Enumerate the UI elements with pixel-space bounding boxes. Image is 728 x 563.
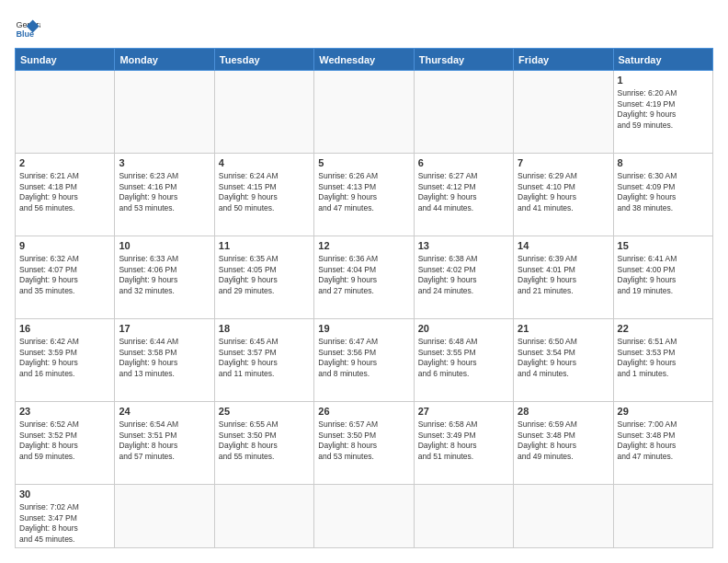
date-number: 19 bbox=[318, 322, 409, 336]
calendar-cell: 10Sunrise: 6:33 AMSunset: 4:06 PMDayligh… bbox=[115, 236, 214, 318]
cell-info: Sunrise: 7:02 AMSunset: 3:47 PMDaylight:… bbox=[19, 502, 110, 545]
calendar-cell: 3Sunrise: 6:23 AMSunset: 4:16 PMDaylight… bbox=[115, 153, 214, 236]
cell-info: Sunrise: 6:26 AMSunset: 4:13 PMDaylight:… bbox=[318, 171, 409, 213]
date-number: 22 bbox=[618, 322, 709, 336]
calendar-cell: 21Sunrise: 6:50 AMSunset: 3:54 PMDayligh… bbox=[514, 318, 613, 401]
calendar-cell: 27Sunrise: 6:58 AMSunset: 3:49 PMDayligh… bbox=[414, 401, 513, 484]
date-number: 30 bbox=[19, 488, 110, 501]
date-number: 25 bbox=[219, 405, 310, 419]
cell-info: Sunrise: 6:21 AMSunset: 4:18 PMDaylight:… bbox=[19, 171, 110, 213]
cell-info: Sunrise: 6:58 AMSunset: 3:49 PMDaylight:… bbox=[418, 419, 509, 462]
calendar-cell: 11Sunrise: 6:35 AMSunset: 4:05 PMDayligh… bbox=[214, 236, 313, 318]
calendar-cell: 28Sunrise: 6:59 AMSunset: 3:48 PMDayligh… bbox=[514, 401, 613, 484]
weekday-header-sunday: Sunday bbox=[16, 49, 115, 71]
date-number: 2 bbox=[19, 156, 110, 170]
cell-info: Sunrise: 6:59 AMSunset: 3:48 PMDaylight:… bbox=[518, 419, 609, 462]
calendar-cell: 1Sunrise: 6:20 AMSunset: 4:19 PMDaylight… bbox=[613, 71, 712, 154]
cell-info: Sunrise: 6:44 AMSunset: 3:58 PMDaylight:… bbox=[119, 337, 210, 379]
cell-info: Sunrise: 6:36 AMSunset: 4:04 PMDaylight:… bbox=[318, 254, 409, 296]
calendar-cell bbox=[414, 484, 513, 547]
cell-info: Sunrise: 6:42 AMSunset: 3:59 PMDaylight:… bbox=[19, 337, 110, 379]
calendar-cell: 7Sunrise: 6:29 AMSunset: 4:10 PMDaylight… bbox=[514, 153, 613, 236]
date-number: 17 bbox=[119, 322, 210, 336]
weekday-header-thursday: Thursday bbox=[414, 49, 513, 71]
page: General Blue SundayMondayTuesdayWednesda… bbox=[0, 0, 728, 563]
calendar-cell: 18Sunrise: 6:45 AMSunset: 3:57 PMDayligh… bbox=[214, 318, 313, 401]
calendar-cell: 5Sunrise: 6:26 AMSunset: 4:13 PMDaylight… bbox=[314, 153, 414, 236]
cell-info: Sunrise: 6:51 AMSunset: 3:53 PMDaylight:… bbox=[618, 337, 709, 379]
cell-info: Sunrise: 6:39 AMSunset: 4:01 PMDaylight:… bbox=[518, 254, 609, 296]
date-number: 27 bbox=[418, 405, 509, 419]
calendar-cell: 2Sunrise: 6:21 AMSunset: 4:18 PMDaylight… bbox=[16, 153, 115, 236]
calendar-table: SundayMondayTuesdayWednesdayThursdayFrid… bbox=[15, 48, 713, 548]
cell-info: Sunrise: 6:52 AMSunset: 3:52 PMDaylight:… bbox=[19, 419, 110, 462]
calendar-cell bbox=[214, 71, 313, 154]
cell-info: Sunrise: 6:41 AMSunset: 4:00 PMDaylight:… bbox=[618, 254, 709, 296]
calendar-cell: 13Sunrise: 6:38 AMSunset: 4:02 PMDayligh… bbox=[414, 236, 513, 318]
calendar-cell: 4Sunrise: 6:24 AMSunset: 4:15 PMDaylight… bbox=[214, 153, 313, 236]
calendar-cell: 14Sunrise: 6:39 AMSunset: 4:01 PMDayligh… bbox=[514, 236, 613, 318]
calendar-cell: 29Sunrise: 7:00 AMSunset: 3:48 PMDayligh… bbox=[613, 401, 712, 484]
date-number: 5 bbox=[318, 156, 409, 170]
calendar-cell bbox=[115, 71, 214, 154]
cell-info: Sunrise: 6:24 AMSunset: 4:15 PMDaylight:… bbox=[219, 171, 310, 213]
weekday-header-monday: Monday bbox=[115, 49, 214, 71]
date-number: 13 bbox=[418, 239, 509, 253]
calendar-cell: 22Sunrise: 6:51 AMSunset: 3:53 PMDayligh… bbox=[613, 318, 712, 401]
calendar-cell bbox=[214, 484, 313, 547]
date-number: 26 bbox=[318, 405, 409, 419]
calendar-cell: 20Sunrise: 6:48 AMSunset: 3:55 PMDayligh… bbox=[414, 318, 513, 401]
calendar-cell: 26Sunrise: 6:57 AMSunset: 3:50 PMDayligh… bbox=[314, 401, 414, 484]
calendar-cell: 16Sunrise: 6:42 AMSunset: 3:59 PMDayligh… bbox=[16, 318, 115, 401]
date-number: 9 bbox=[19, 239, 110, 253]
cell-info: Sunrise: 6:48 AMSunset: 3:55 PMDaylight:… bbox=[418, 337, 509, 379]
calendar-cell bbox=[314, 71, 414, 154]
cell-info: Sunrise: 6:38 AMSunset: 4:02 PMDaylight:… bbox=[418, 254, 509, 296]
cell-info: Sunrise: 6:20 AMSunset: 4:19 PMDaylight:… bbox=[618, 88, 709, 131]
cell-info: Sunrise: 6:29 AMSunset: 4:10 PMDaylight:… bbox=[518, 171, 609, 213]
cell-info: Sunrise: 6:23 AMSunset: 4:16 PMDaylight:… bbox=[119, 171, 210, 213]
calendar-cell bbox=[514, 484, 613, 547]
header: General Blue bbox=[15, 15, 713, 40]
date-number: 8 bbox=[618, 156, 709, 170]
date-number: 18 bbox=[219, 322, 310, 336]
calendar-cell: 15Sunrise: 6:41 AMSunset: 4:00 PMDayligh… bbox=[613, 236, 712, 318]
cell-info: Sunrise: 6:57 AMSunset: 3:50 PMDaylight:… bbox=[318, 419, 409, 462]
logo: General Blue bbox=[15, 15, 44, 40]
date-number: 24 bbox=[119, 405, 210, 419]
date-number: 1 bbox=[618, 74, 709, 87]
cell-info: Sunrise: 6:33 AMSunset: 4:06 PMDaylight:… bbox=[119, 254, 210, 296]
date-number: 16 bbox=[19, 322, 110, 336]
date-number: 12 bbox=[318, 239, 409, 253]
cell-info: Sunrise: 6:30 AMSunset: 4:09 PMDaylight:… bbox=[618, 171, 709, 213]
calendar-cell: 24Sunrise: 6:54 AMSunset: 3:51 PMDayligh… bbox=[115, 401, 214, 484]
calendar-cell bbox=[414, 71, 513, 154]
date-number: 11 bbox=[219, 239, 310, 253]
calendar-cell: 8Sunrise: 6:30 AMSunset: 4:09 PMDaylight… bbox=[613, 153, 712, 236]
calendar-cell: 6Sunrise: 6:27 AMSunset: 4:12 PMDaylight… bbox=[414, 153, 513, 236]
date-number: 10 bbox=[119, 239, 210, 253]
date-number: 23 bbox=[19, 405, 110, 419]
calendar-cell bbox=[314, 484, 414, 547]
cell-info: Sunrise: 6:55 AMSunset: 3:50 PMDaylight:… bbox=[219, 419, 310, 462]
cell-info: Sunrise: 6:27 AMSunset: 4:12 PMDaylight:… bbox=[418, 171, 509, 213]
date-number: 20 bbox=[418, 322, 509, 336]
cell-info: Sunrise: 6:45 AMSunset: 3:57 PMDaylight:… bbox=[219, 337, 310, 379]
calendar-cell bbox=[613, 484, 712, 547]
date-number: 28 bbox=[518, 405, 609, 419]
date-number: 3 bbox=[119, 156, 210, 170]
date-number: 29 bbox=[618, 405, 709, 419]
calendar-cell: 23Sunrise: 6:52 AMSunset: 3:52 PMDayligh… bbox=[16, 401, 115, 484]
weekday-header-wednesday: Wednesday bbox=[314, 49, 414, 71]
date-number: 4 bbox=[219, 156, 310, 170]
calendar-cell bbox=[514, 71, 613, 154]
cell-info: Sunrise: 6:54 AMSunset: 3:51 PMDaylight:… bbox=[119, 419, 210, 462]
calendar-cell: 25Sunrise: 6:55 AMSunset: 3:50 PMDayligh… bbox=[214, 401, 313, 484]
weekday-header-tuesday: Tuesday bbox=[214, 49, 313, 71]
date-number: 6 bbox=[418, 156, 509, 170]
calendar-cell: 9Sunrise: 6:32 AMSunset: 4:07 PMDaylight… bbox=[16, 236, 115, 318]
cell-info: Sunrise: 6:47 AMSunset: 3:56 PMDaylight:… bbox=[318, 337, 409, 379]
weekday-header-friday: Friday bbox=[514, 49, 613, 71]
weekday-header-saturday: Saturday bbox=[613, 49, 712, 71]
cell-info: Sunrise: 6:32 AMSunset: 4:07 PMDaylight:… bbox=[19, 254, 110, 296]
